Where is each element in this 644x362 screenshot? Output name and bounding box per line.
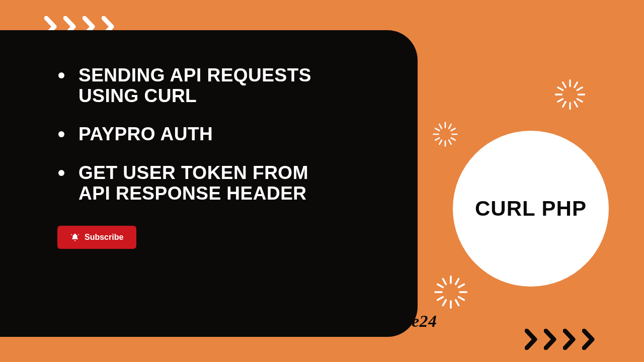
- svg-line-11: [439, 124, 442, 128]
- svg-line-35: [443, 279, 446, 285]
- svg-line-34: [438, 284, 443, 287]
- svg-line-17: [575, 102, 578, 107]
- subscribe-button[interactable]: Subscribe: [57, 226, 136, 249]
- list-item: SENDING API REQUESTS USING CURL: [55, 65, 387, 106]
- svg-line-4: [451, 138, 455, 140]
- svg-line-13: [575, 82, 578, 87]
- content-card: SENDING API REQUESTS USING CURL PAYPRO A…: [0, 30, 418, 337]
- svg-line-25: [456, 279, 459, 285]
- chevron-right-icon: [544, 329, 562, 350]
- svg-line-5: [449, 140, 451, 144]
- svg-line-32: [438, 297, 443, 300]
- list-item: PAYPRO AUTH: [55, 124, 387, 145]
- svg-line-10: [435, 128, 439, 130]
- sunburst-icon: [432, 121, 459, 148]
- chevron-right-icon: [582, 329, 600, 350]
- svg-line-2: [451, 128, 455, 130]
- list-item: GET USER TOKEN FROM API RESPONSE HEADER: [55, 163, 387, 204]
- svg-line-16: [577, 99, 582, 102]
- svg-line-8: [435, 138, 439, 140]
- bullet-list: SENDING API REQUESTS USING CURL PAYPRO A…: [55, 65, 387, 204]
- bullet-line: SENDING API REQUESTS: [78, 65, 311, 85]
- svg-line-26: [459, 284, 464, 287]
- bullet-line: API RESPONSE HEADER: [78, 183, 307, 204]
- svg-line-23: [563, 82, 566, 87]
- bullet-line: USING CURL: [78, 85, 197, 106]
- sunburst-icon: [433, 274, 469, 310]
- bullet-line: GET USER TOKEN FROM: [78, 162, 308, 183]
- svg-line-29: [456, 300, 459, 306]
- chevron-right-icon: [563, 329, 581, 350]
- svg-line-20: [558, 99, 563, 102]
- svg-line-28: [459, 297, 464, 300]
- svg-line-14: [577, 87, 582, 90]
- topic-circle: CURL PHP: [453, 131, 609, 287]
- bullet-line: PAYPRO AUTH: [78, 124, 213, 144]
- channel-handle: @coderscraze24: [319, 312, 437, 331]
- sunburst-icon: [553, 78, 587, 111]
- topic-circle-label: CURL PHP: [475, 197, 587, 221]
- svg-line-31: [443, 300, 446, 306]
- chevrons-bottom: [525, 329, 601, 350]
- svg-line-1: [449, 124, 451, 128]
- subscribe-label: Subscribe: [85, 233, 123, 242]
- svg-line-19: [563, 102, 566, 107]
- chevron-right-icon: [525, 329, 543, 350]
- bell-icon: [70, 233, 79, 242]
- svg-line-22: [558, 87, 563, 90]
- svg-line-7: [439, 140, 442, 144]
